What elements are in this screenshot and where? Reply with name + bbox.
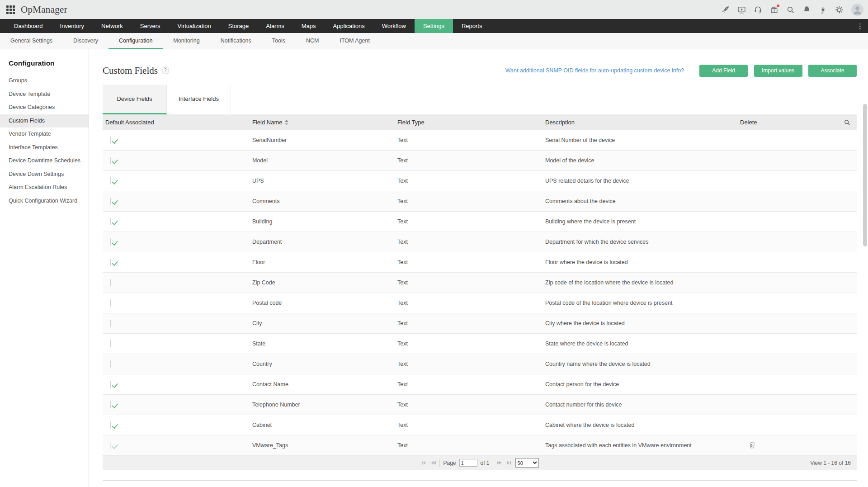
prev-page-icon[interactable] (430, 460, 436, 466)
sidebar-item[interactable]: Device Template (0, 88, 89, 101)
nav-item[interactable]: Inventory (52, 19, 93, 33)
sidebar-item[interactable]: Quick Configuration Wizard (0, 194, 89, 208)
nav-item[interactable]: Settings (415, 19, 453, 33)
nav-overflow-kebab-icon[interactable]: ⋮ (857, 19, 863, 33)
description-cell: Contact person for the device (542, 381, 737, 388)
sidebar-item[interactable]: Interface Templates (0, 141, 89, 155)
table-row: SerialNumber Text Serial Number of the d… (103, 130, 857, 151)
gift-icon[interactable] (770, 5, 778, 14)
table-search (826, 119, 857, 126)
table-body: SerialNumber Text Serial Number of the d… (103, 130, 857, 456)
nav-item[interactable]: Storage (220, 19, 258, 33)
subnav-item[interactable]: General Settings (0, 33, 63, 49)
action-button[interactable]: Associate (808, 65, 857, 77)
table-row: Model Text Model of the device (103, 151, 857, 171)
tab[interactable]: Device Fields (103, 85, 167, 114)
default-associated-checkbox[interactable] (110, 218, 111, 225)
field-name-cell: Country (250, 361, 395, 367)
nav-item[interactable]: Servers (132, 19, 169, 33)
nav-item[interactable]: Applications (325, 19, 373, 33)
help-icon[interactable]: ? (162, 67, 169, 74)
last-page-icon[interactable] (506, 460, 512, 466)
support-headset-icon[interactable] (754, 5, 762, 14)
default-associated-checkbox[interactable] (110, 259, 111, 266)
sort-icon[interactable] (285, 120, 288, 125)
description-cell: Zip code of the location where the devic… (542, 279, 737, 286)
sidebar-item[interactable]: Device Down Settings (0, 168, 89, 181)
field-name-cell: State (250, 340, 395, 347)
first-page-icon[interactable] (420, 460, 427, 466)
subnav-item[interactable]: Notifications (210, 33, 262, 49)
nav-item[interactable]: Dashboard (5, 19, 52, 33)
snmp-oid-link[interactable]: Want additional SNMP OID fields for auto… (505, 67, 684, 74)
description-cell: State where the device is located (542, 340, 737, 347)
default-associated-checkbox[interactable] (110, 320, 111, 327)
table-search-icon[interactable] (844, 119, 850, 126)
field-name-cell: Contact Name (250, 381, 395, 388)
delete-trash-icon[interactable] (749, 441, 755, 449)
field-type-cell: Text (395, 198, 542, 204)
nav-item[interactable]: Workflow (373, 19, 415, 33)
default-associated-checkbox[interactable] (110, 442, 111, 449)
sidebar-item[interactable]: Device Downtime Schedules (0, 154, 89, 168)
default-associated-checkbox[interactable] (110, 340, 111, 347)
default-associated-checkbox[interactable] (110, 198, 111, 205)
tab[interactable]: Interface Fields (167, 85, 231, 114)
default-associated-checkbox[interactable] (110, 279, 111, 286)
field-name-cell: Postal code (250, 300, 395, 306)
nav-item[interactable]: Maps (293, 19, 325, 33)
default-associated-checkbox[interactable] (110, 360, 111, 368)
nav-item[interactable]: Virtualization (169, 19, 220, 33)
video-tour-icon[interactable] (737, 5, 746, 14)
default-associated-checkbox[interactable] (110, 421, 111, 429)
settings-gear-icon[interactable] (835, 5, 844, 14)
apps-grid-icon[interactable] (6, 5, 15, 14)
nav-item[interactable]: Network (93, 19, 132, 33)
view-range-label: View 1 - 16 of 16 (810, 460, 851, 466)
page-number-input[interactable] (459, 459, 477, 467)
pagination-divider (439, 459, 440, 467)
gift-badge-dot (777, 5, 779, 7)
nav-item[interactable]: Reports (453, 19, 491, 33)
default-associated-checkbox[interactable] (110, 177, 111, 184)
subnav-item[interactable]: Monitoring (163, 33, 210, 49)
notifications-bell-icon[interactable] (802, 5, 811, 14)
default-associated-checkbox[interactable] (110, 299, 111, 307)
table-header: Default Associated Field Name Field Type… (103, 114, 857, 130)
plug-icon[interactable] (819, 5, 827, 14)
page-size-select[interactable]: 50 (515, 458, 539, 468)
default-associated-checkbox[interactable] (110, 381, 111, 388)
field-tabs: Device Fields Interface Fields (103, 85, 857, 114)
default-associated-checkbox[interactable] (110, 401, 111, 408)
table-row: Postal code Text Postal code of the loca… (103, 293, 857, 313)
field-name-cell: UPS (250, 178, 395, 184)
field-name-cell: Building (250, 218, 395, 225)
action-buttons: Add Field Import values Associate (695, 65, 857, 77)
action-button[interactable]: Import values (754, 65, 802, 77)
rocket-icon[interactable] (721, 5, 730, 14)
default-associated-checkbox[interactable] (110, 137, 111, 144)
pagination-bar: Page of 1 50 View 1 - 16 of 16 (103, 456, 857, 470)
nav-item[interactable]: Alarms (257, 19, 292, 33)
subnav-item[interactable]: ITOM Agent (329, 33, 380, 49)
next-page-icon[interactable] (496, 460, 503, 466)
default-associated-checkbox[interactable] (110, 157, 111, 164)
subnav-item[interactable]: NCM (296, 33, 329, 49)
sidebar-item[interactable]: Device Categories (0, 101, 89, 114)
sidebar-item[interactable]: Alarm Escalation Rules (0, 181, 89, 194)
default-associated-checkbox[interactable] (110, 238, 111, 246)
subnav-item[interactable]: Tools (262, 33, 296, 49)
subnav-item[interactable]: Discovery (63, 33, 108, 49)
action-button[interactable]: Add Field (699, 65, 748, 77)
field-type-cell: Text (395, 178, 542, 184)
subnav-item[interactable]: Configuration (108, 33, 163, 49)
search-icon[interactable] (786, 5, 795, 14)
user-avatar[interactable] (851, 4, 863, 16)
content: Configuration Groups Device Template Dev… (0, 49, 868, 487)
vertical-scrollbar-thumb[interactable] (863, 104, 867, 246)
sidebar-item[interactable]: Vendor Template (0, 128, 89, 141)
sidebar-item[interactable]: Groups (0, 74, 89, 88)
field-name-cell: Department (250, 239, 395, 245)
sidebar-item[interactable]: Custom Fields (0, 114, 89, 128)
field-name-cell: Cabinet (250, 422, 395, 428)
